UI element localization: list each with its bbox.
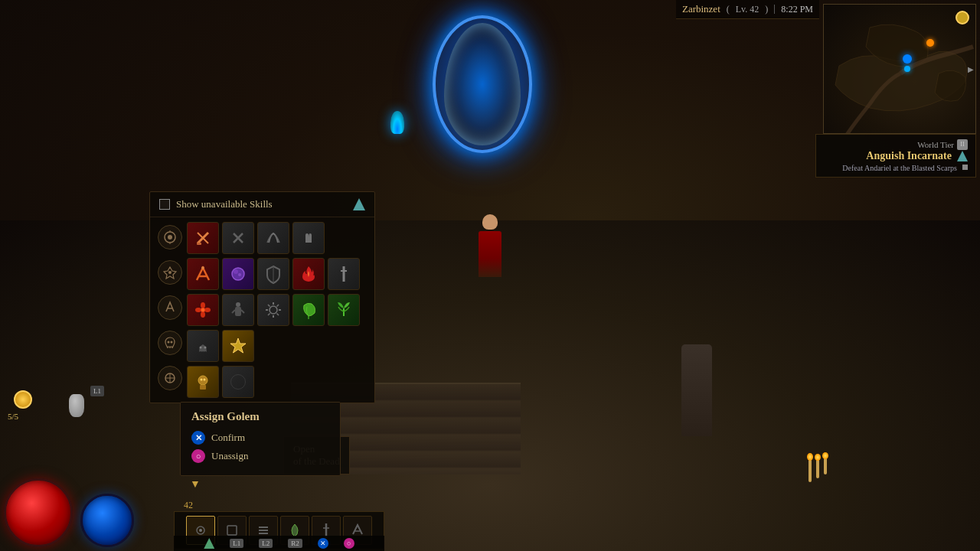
svg-point-29 — [204, 308, 211, 312]
skill-slot-2-5[interactable] — [328, 258, 360, 290]
svg-point-5 — [168, 341, 170, 344]
circle-ctrl-icon: ○ — [344, 538, 354, 549]
skill-slot-3-2[interactable] — [222, 294, 254, 326]
skill-icon-cross — [227, 227, 249, 249]
svg-point-1 — [168, 235, 172, 240]
skill-category-1-icon — [158, 225, 182, 249]
minimap-compass-icon — [956, 11, 969, 24]
candle-flame-1 — [807, 453, 813, 461]
triangle-ctrl — [204, 538, 214, 549]
minimap: ▶ — [823, 4, 976, 134]
skill-category-4-icon — [158, 331, 182, 355]
quest-dot-icon — [962, 165, 968, 170]
x-button-icon: ✕ — [191, 431, 205, 445]
skill-icon-flower — [192, 299, 214, 321]
category-icon-svg-2 — [163, 266, 177, 279]
mana-orb — [80, 494, 134, 547]
skill-slot-3-1[interactable] — [187, 294, 219, 326]
skill-slot-1-4[interactable] — [292, 222, 325, 254]
skill-slot-5-2[interactable] — [222, 366, 254, 398]
empty-slot-indicator — [230, 374, 246, 390]
unassign-option[interactable]: ○ Unassign — [191, 449, 329, 463]
player-level: ( — [727, 4, 730, 15]
svg-point-34 — [270, 306, 277, 314]
show-unavailable-label: Show unavailable Skills — [176, 198, 347, 210]
R2-ctrl: R2 — [288, 539, 302, 548]
assign-golem-title: Assign Golem — [191, 410, 329, 423]
skill-slot-3-3[interactable] — [257, 294, 289, 326]
skill-icon-golem — [192, 371, 214, 393]
world-tier-name: Anguish Incarnate — [866, 150, 952, 162]
skill-slot-2-1[interactable] — [187, 258, 219, 290]
health-orb — [4, 478, 73, 547]
cross-ctrl: ✕ — [318, 538, 328, 549]
svg-point-46 — [198, 376, 207, 385]
skill-slot-2-4[interactable] — [292, 258, 325, 290]
level-badge: 42 — [184, 500, 193, 511]
skill-icon-sword — [192, 227, 214, 249]
L1-badge: L1 — [90, 386, 104, 396]
skills-grid — [150, 217, 374, 403]
skill-icon-shield — [263, 263, 284, 285]
triangle-button-icon[interactable] — [353, 198, 365, 210]
skill-slot-4-1[interactable] — [187, 330, 219, 362]
svg-line-33 — [241, 310, 244, 313]
potion-icon[interactable] — [69, 394, 84, 417]
svg-line-40 — [277, 305, 279, 307]
skill-icon-orb — [227, 263, 249, 285]
player-level-value: Lv. 42 — [736, 4, 760, 15]
skill-slot-5-1[interactable] — [187, 366, 219, 398]
svg-point-6 — [171, 341, 173, 344]
candle-3 — [824, 458, 827, 474]
time-display: 8:22 PM — [781, 4, 813, 15]
controller-bar: L1 L2 R2 ✕ ○ — [174, 536, 384, 551]
svg-point-4 — [168, 271, 172, 274]
minimap-player-dot — [904, 66, 910, 72]
svg-point-20 — [234, 269, 238, 274]
skill-slot-1-1[interactable] — [187, 222, 219, 254]
minimap-expand-icon: ▶ — [968, 65, 974, 73]
skill-icon-staff — [333, 263, 354, 285]
skills-slots-area — [187, 222, 368, 398]
svg-rect-52 — [227, 526, 237, 535]
player-character — [467, 214, 513, 306]
category-icon-svg-3 — [163, 301, 177, 315]
show-unavailable-checkbox[interactable] — [159, 199, 170, 210]
svg-line-42 — [277, 314, 279, 316]
skill-category-3-icon — [158, 295, 182, 320]
svg-point-21 — [238, 273, 241, 276]
skill-slot-2-2[interactable] — [222, 258, 254, 290]
category-icon-svg-5 — [163, 371, 177, 385]
skill-icon-sun — [263, 299, 284, 321]
skill-slot-1-2[interactable] — [222, 222, 254, 254]
skills-header: Show unavailable Skills — [150, 192, 374, 217]
skill-slot-3-4[interactable] — [292, 294, 325, 326]
confirm-option[interactable]: ✕ Confirm — [191, 431, 329, 445]
blue-flame — [390, 111, 404, 134]
skill-icon-hand — [298, 227, 319, 249]
skill-category-5-icon — [158, 366, 182, 390]
candle-1 — [808, 459, 812, 482]
skill-icon-ghost — [192, 335, 214, 357]
assign-golem-popup: Assign Golem ✕ Confirm ○ Unassign — [180, 402, 341, 476]
skill-slot-1-3[interactable] — [257, 222, 289, 254]
skills-category-icons — [156, 222, 184, 398]
skill-row-2 — [187, 258, 368, 290]
skill-slot-4-2[interactable] — [222, 330, 254, 362]
svg-point-48 — [201, 379, 203, 381]
player-name: Zarbinzet — [682, 3, 720, 15]
L2-ctrl: L2 — [259, 539, 273, 548]
skill-slot-2-3[interactable] — [257, 258, 289, 290]
candle-2 — [816, 459, 819, 478]
world-tier-quest: Defeat Andariel at the Blasted Scarps — [842, 164, 957, 172]
svg-rect-30 — [235, 307, 241, 316]
skill-icon-claw — [263, 227, 284, 249]
player-level-close: ) — [765, 4, 768, 15]
svg-point-45 — [204, 347, 207, 349]
category-icon-svg-1 — [163, 230, 177, 244]
statue — [681, 344, 712, 436]
svg-point-28 — [195, 308, 201, 312]
svg-point-51 — [199, 529, 202, 532]
skill-slot-3-5[interactable] — [328, 294, 360, 326]
skill-icon-leaf — [298, 299, 319, 321]
